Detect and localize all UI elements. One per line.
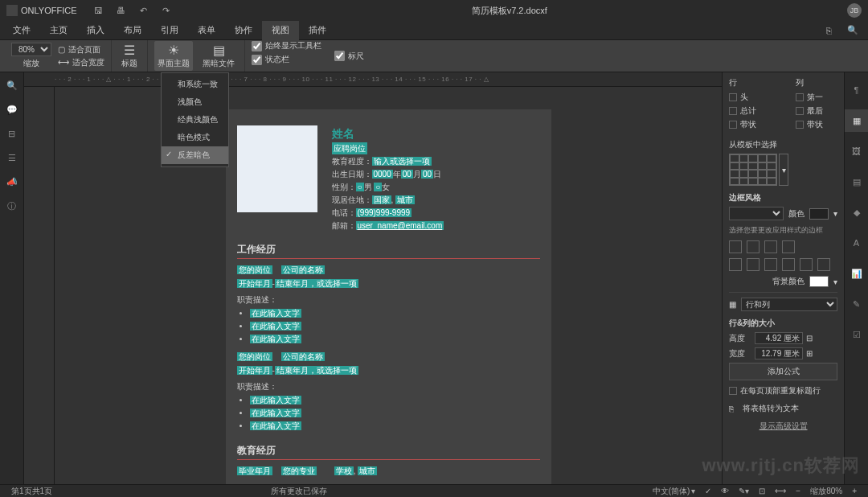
menu-plugins[interactable]: 插件 (299, 21, 336, 40)
shape-settings-icon[interactable]: ◆ (845, 201, 869, 224)
menu-layout[interactable]: 布局 (114, 21, 151, 40)
open-location-icon[interactable]: ⎘ (817, 26, 841, 35)
border-inner-icon[interactable] (764, 240, 777, 253)
track-changes-icon[interactable]: ✎▾ (739, 487, 749, 495)
border-vcenter-icon[interactable] (747, 258, 760, 271)
fit-page-status-icon[interactable]: ⊡ (759, 487, 765, 495)
distribute-cols-icon[interactable]: ⊞ (806, 349, 813, 358)
dark-doc-button[interactable]: ▤黑暗文件 (199, 43, 238, 69)
rowcol-icon[interactable]: ▦ (729, 300, 736, 309)
rowcol-select[interactable]: 行和列 (741, 298, 837, 311)
menu-file[interactable]: 文件 (3, 21, 40, 40)
chat-icon[interactable]: ⊟ (6, 127, 18, 140)
search-icon[interactable]: 🔍 (841, 25, 865, 35)
form-settings-icon[interactable]: ☑ (845, 323, 869, 346)
textart-settings-icon[interactable]: A (845, 232, 869, 254)
border-top-icon[interactable] (782, 258, 795, 271)
border-color-swatch[interactable] (809, 208, 829, 220)
border-all-icon[interactable] (747, 240, 760, 253)
user-avatar[interactable]: JB (847, 3, 862, 18)
ruler-horizontal[interactable]: · · · 2 · · · 1 · · · △ · · · 1 · · · 2 … (24, 72, 722, 87)
fit-page-icon[interactable]: ▢ (58, 45, 65, 54)
always-toolbar-check[interactable]: 始终显示工具栏 (252, 40, 321, 51)
border-bottom-icon[interactable] (817, 258, 830, 271)
menu-home[interactable]: 主页 (40, 21, 77, 40)
menu-references[interactable]: 引用 (151, 21, 188, 40)
theme-opt-light[interactable]: 浅颜色 (162, 93, 228, 111)
theme-opt-system[interactable]: 和系统一致 (162, 76, 228, 93)
feedback-icon[interactable]: 📣 (6, 175, 18, 188)
row-height-input[interactable] (755, 332, 803, 344)
add-formula-button[interactable]: 添加公式 (729, 363, 837, 380)
first-col-check[interactable]: 第一 (796, 92, 838, 103)
navigation-button[interactable]: ☰标题 (118, 43, 141, 69)
redo-icon[interactable]: ↷ (160, 5, 171, 16)
fit-page-button[interactable]: 适合页面 (68, 44, 100, 55)
print-icon[interactable]: 🖶 (115, 5, 126, 16)
tracking-icon[interactable]: 👁 (721, 487, 729, 495)
undo-icon[interactable]: ↶ (137, 5, 149, 16)
comments-icon[interactable]: 💬 (6, 103, 18, 116)
zoom-select[interactable]: 80% (11, 43, 51, 56)
find-icon[interactable]: 🔍 (6, 79, 18, 92)
resume-name[interactable]: 姓名 (332, 125, 540, 142)
menu-collab[interactable]: 协作 (225, 21, 262, 40)
zoom-label: 缩放 (11, 58, 51, 69)
language-select[interactable]: 中文(简体) ▾ (653, 486, 696, 497)
banded-col-check[interactable]: 带状 (796, 119, 838, 130)
menu-forms[interactable]: 表单 (188, 21, 225, 40)
theme-opt-contrast-dark[interactable]: 反差暗色 (162, 146, 228, 164)
border-outer-icon[interactable] (729, 240, 742, 253)
border-right-icon[interactable] (764, 258, 777, 271)
section-work-title: 工作经历 (237, 243, 540, 259)
header-footer-icon[interactable]: ▤ (845, 170, 869, 193)
distribute-rows-icon[interactable]: ⊟ (806, 334, 813, 343)
about-icon[interactable]: ⓘ (6, 199, 18, 212)
table-settings-panel: 行 头 总计 带状 列 第一 最后 带状 从模板中选择 ▾ 边框风格 (722, 72, 844, 484)
border-buttons-row2 (729, 258, 837, 271)
theme-button[interactable]: ☀界面主题 (154, 41, 193, 71)
fit-width-button[interactable]: 适合宽度 (72, 57, 104, 68)
zoom-out-icon[interactable]: − (796, 487, 800, 495)
col-width-input[interactable] (755, 347, 803, 359)
convert-text-button[interactable]: 将表格转为文本 (743, 403, 799, 414)
resume-position[interactable]: 应聘岗位 (332, 142, 367, 154)
chart-settings-icon[interactable]: 📊 (845, 262, 869, 285)
banded-row-check[interactable]: 带状 (729, 119, 772, 130)
theme-dropdown: 和系统一致 浅颜色 经典浅颜色 暗色模式 反差暗色 (161, 72, 229, 167)
paragraph-settings-icon[interactable]: ¶ (845, 79, 869, 101)
bgcolor-swatch[interactable] (809, 276, 829, 287)
border-none-icon[interactable] (782, 240, 795, 253)
convert-text-icon[interactable]: ⎘ (729, 405, 734, 413)
page-count[interactable]: 第1页共1页 (11, 486, 52, 497)
table-settings-icon[interactable]: ▦ (845, 109, 869, 132)
ruler-check[interactable]: 标尺 (334, 51, 364, 62)
zoom-in-icon[interactable]: + (852, 487, 857, 495)
fit-width-status-icon[interactable]: ⟷ (775, 487, 786, 495)
spellcheck-icon[interactable]: ✓ (705, 487, 711, 495)
statusbar-check[interactable]: 状态栏 (252, 54, 289, 65)
theme-opt-classic-light[interactable]: 经典浅颜色 (162, 111, 228, 129)
ruler-vertical[interactable] (24, 87, 55, 484)
image-settings-icon[interactable]: 🖼 (845, 140, 869, 162)
signature-icon[interactable]: ✎ (845, 293, 869, 315)
border-left-icon[interactable] (729, 258, 742, 271)
resume-photo[interactable] (237, 125, 317, 212)
border-width-select[interactable] (729, 207, 784, 220)
table-template-grid[interactable] (729, 154, 777, 186)
border-hcenter-icon[interactable] (800, 258, 813, 271)
menu-insert[interactable]: 插入 (77, 21, 114, 40)
last-col-check[interactable]: 最后 (796, 105, 838, 117)
navigation-icon[interactable]: ☰ (6, 151, 18, 164)
menu-view[interactable]: 视图 (262, 21, 299, 40)
repeat-header-check[interactable]: 在每页顶部重复标题行 (729, 385, 837, 396)
save-icon[interactable]: 🖫 (92, 5, 104, 16)
document-page[interactable]: 姓名 应聘岗位 教育程度：输入或选择一项 出生日期：0000年00月00日 性别… (226, 109, 551, 484)
zoom-value[interactable]: 缩放80% (810, 486, 842, 497)
theme-opt-dark[interactable]: 暗色模式 (162, 129, 228, 146)
total-row-check[interactable]: 总计 (729, 105, 772, 117)
fit-width-icon[interactable]: ⟷ (58, 58, 69, 67)
template-dropdown-icon[interactable]: ▾ (779, 154, 788, 186)
header-row-check[interactable]: 头 (729, 92, 772, 103)
advanced-settings-link[interactable]: 显示高级设置 (729, 421, 837, 432)
